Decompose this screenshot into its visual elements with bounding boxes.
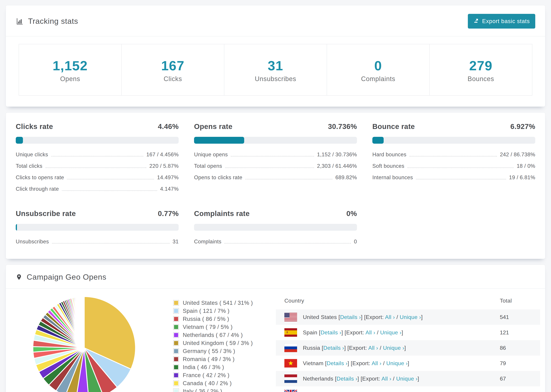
geo-table-row-netherlands: Netherlands [Details ›] [Export: All › /… (276, 371, 540, 386)
rate-row-unsubscribes: Unsubscribes 31 (16, 238, 179, 245)
flag-gb-icon (284, 390, 297, 392)
flag-ru-icon (284, 343, 297, 352)
legend-label: Canada ( 40 / 2% ) (183, 380, 232, 386)
legend-swatch (173, 388, 179, 392)
rate-row-soft-bounces: Soft bounces 18 / 0% (372, 163, 535, 169)
legend-item-united-states[interactable]: United States ( 541 / 31% ) (173, 300, 276, 306)
rate-rows: Complaints 0 (194, 238, 357, 245)
legend-item-france[interactable]: France ( 42 / 2% ) (173, 372, 276, 378)
summary-stat-opens: 1,152 Opens (19, 44, 122, 96)
legend-item-romania[interactable]: Romania ( 49 / 3% ) (173, 356, 276, 362)
country-cell: United Kingdom [Details ›] [Export: All … (303, 391, 429, 392)
details-link[interactable]: Details › (320, 329, 341, 336)
rate-row-value: 242 / 86.738% (500, 152, 535, 158)
legend-item-italy[interactable]: Italy ( 36 / 2% ) (173, 388, 276, 392)
dotted-leader (410, 156, 497, 156)
rate-row-click-through-rate: Click through rate 4.147% (16, 186, 179, 192)
export-unique-link[interactable]: Unique › (386, 360, 408, 366)
rate-progress-track (16, 224, 179, 231)
rate-row-clicks-to-opens-rate: Clicks to opens rate 14.497% (16, 175, 179, 181)
rate-row-label: Clicks to opens rate (16, 175, 64, 181)
stat-label: Unsubscribes (226, 75, 325, 83)
rate-row-value: 220 / 5.87% (149, 163, 179, 169)
country-cell: United States [Details ›] [Export: All ›… (303, 314, 423, 320)
map-pin-icon (16, 273, 22, 281)
legend-label: India ( 46 / 3% ) (183, 364, 224, 371)
dotted-leader (245, 179, 332, 179)
stat-value: 1,152 (21, 58, 120, 74)
export-all-link[interactable]: All › (385, 314, 395, 320)
export-unique-link[interactable]: Unique › (406, 391, 427, 392)
stat-label: Bounces (431, 75, 530, 83)
page-title: Tracking stats (16, 17, 78, 26)
dotted-leader (52, 243, 170, 244)
rate-percent: 0.77% (158, 210, 179, 218)
rate-title: Clicks rate (16, 122, 53, 131)
legend-item-netherlands[interactable]: Netherlands ( 67 / 4% ) (173, 332, 276, 338)
legend-item-united-kingdom[interactable]: United Kingdom ( 59 / 3% ) (173, 340, 276, 346)
export-all-link[interactable]: All › (391, 391, 401, 392)
rate-percent: 6.927% (510, 122, 535, 131)
rate-row-value: 689.82% (335, 175, 357, 181)
legend-item-india[interactable]: India ( 46 / 3% ) (173, 364, 276, 371)
export-basic-stats-button[interactable]: Export basic stats (468, 14, 535, 28)
legend-item-russia[interactable]: Russia ( 86 / 5% ) (173, 316, 276, 322)
export-unique-link[interactable]: Unique › (396, 376, 417, 382)
geo-table-rows: United States [Details ›] [Export: All ›… (276, 309, 540, 392)
rate-percent: 0% (346, 210, 357, 218)
legend-swatch (173, 348, 179, 354)
legend-label: United Kingdom ( 59 / 3% ) (183, 340, 253, 346)
summary-stat-complaints: 0 Complaints (327, 44, 430, 96)
details-link[interactable]: Details › (337, 376, 357, 382)
details-link[interactable]: Details › (323, 345, 344, 351)
rate-row-label: Total clicks (16, 163, 42, 169)
legend-swatch (173, 380, 179, 386)
rate-panel-header: Clicks rate 4.46% (16, 122, 179, 131)
export-all-link[interactable]: All › (366, 329, 375, 336)
rate-row-total-opens: Total opens 2,303 / 61.446% (194, 163, 357, 169)
rate-rows: Unique opens 1,152 / 30.736% Total opens… (194, 152, 357, 181)
rate-panel-header: Unsubscribe rate 0.77% (16, 210, 179, 218)
rate-title: Unsubscribe rate (16, 210, 76, 218)
legend-item-germany[interactable]: Germany ( 55 / 3% ) (173, 348, 276, 354)
export-unique-link[interactable]: Unique › (400, 314, 421, 320)
legend-swatch (173, 372, 179, 378)
export-all-link[interactable]: All › (368, 345, 378, 351)
legend-item-spain[interactable]: Spain ( 121 / 7% ) (173, 308, 276, 314)
summary-stat-clicks: 167 Clicks (121, 44, 224, 96)
legend-swatch (173, 316, 179, 322)
dotted-leader (67, 179, 154, 179)
pie-slice-other-46[interactable] (84, 297, 84, 348)
export-all-link[interactable]: All › (381, 376, 391, 382)
rate-progress-track (194, 137, 357, 144)
rate-row-value: 2,303 / 61.446% (317, 163, 357, 169)
export-unique-link[interactable]: Unique › (380, 329, 402, 336)
summary-stat-bounces: 279 Bounces (429, 44, 532, 96)
legend-label: France ( 42 / 2% ) (183, 372, 229, 378)
legend-label: Spain ( 121 / 7% ) (183, 308, 229, 314)
legend-item-canada[interactable]: Canada ( 40 / 2% ) (173, 380, 276, 386)
details-link[interactable]: Details › (340, 314, 361, 320)
export-unique-link[interactable]: Unique › (383, 345, 404, 351)
legend-item-vietnam[interactable]: Vietnam ( 79 / 5% ) (173, 324, 276, 330)
details-link[interactable]: Details › (327, 360, 347, 366)
rate-row-label: Internal bounces (372, 175, 413, 181)
legend-label: Italy ( 36 / 2% ) (183, 388, 222, 392)
rate-row-value: 14.497% (157, 175, 179, 181)
country-cell: Vietnam [Details ›] [Export: All › / Uni… (303, 360, 409, 366)
rate-percent: 30.736% (328, 122, 357, 131)
flag-us-icon (284, 313, 297, 321)
rate-title: Bounce rate (372, 122, 415, 131)
rate-row-total-clicks: Total clicks 220 / 5.87% (16, 163, 179, 169)
column-country: Country (284, 298, 304, 304)
export-all-link[interactable]: All › (372, 360, 381, 366)
legend-swatch (173, 332, 179, 338)
stat-value: 0 (329, 58, 428, 74)
rate-row-label: Total opens (194, 163, 222, 169)
geo-table-row-united-kingdom: United Kingdom [Details ›] [Export: All … (276, 386, 540, 392)
rate-row-label: Unique opens (194, 152, 228, 158)
details-link[interactable]: Details › (346, 391, 367, 392)
rate-panel-header: Opens rate 30.736% (194, 122, 357, 131)
row-total: 59 (500, 391, 540, 392)
legend-label: Netherlands ( 67 / 4% ) (183, 332, 243, 338)
